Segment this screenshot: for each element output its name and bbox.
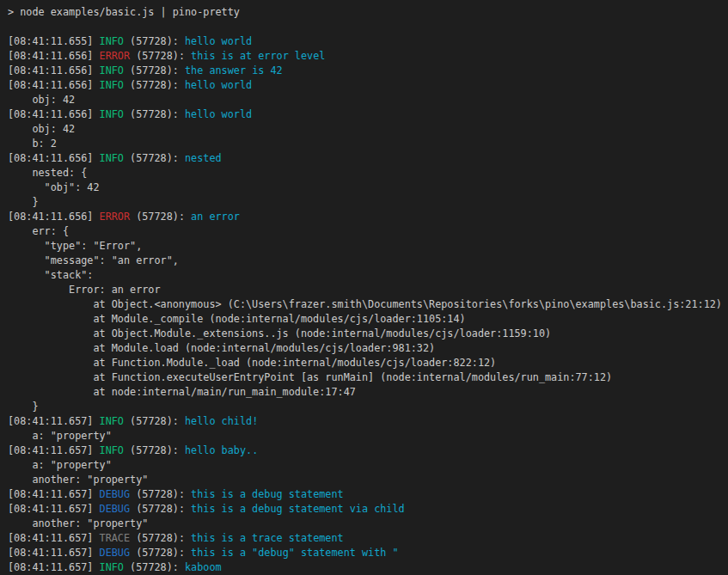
log-level-badge: ERROR [100,50,131,62]
log-level-badge: DEBUG [100,547,131,559]
log-text: Error: an error [8,284,161,296]
log-text: [08:41:11.657] [8,444,100,456]
log-text: (57728): [130,211,191,223]
log-text: [08:41:11.656] [8,211,100,223]
terminal-line: [08:41:11.657] TRACE (57728): this is a … [8,531,728,546]
log-level-badge: DEBUG [100,503,131,515]
log-level-badge: INFO [100,35,124,47]
log-text: [08:41:11.657] [8,415,100,427]
log-level-badge: INFO [100,108,124,120]
terminal-line: at Function.Module._load (node:internal/… [8,356,728,370]
terminal-line: err: { [8,224,728,239]
log-text: > node examples/basic.js | pino-pretty [8,6,240,18]
log-text: obj: 42 [8,94,75,106]
log-text: [08:41:11.656] [8,64,100,76]
terminal-line: at Function.executeUserEntryPoint [as ru… [8,370,728,385]
log-text: "message": "an error", [8,254,179,266]
log-text: (57728): [124,561,185,573]
terminal-line: b: 2 [8,137,728,151]
log-text: at node:internal/main/run_main_module:17… [8,386,356,398]
terminal-line: [08:41:11.657] DEBUG (57728): this is a … [8,502,728,517]
terminal-line: at node:internal/main/run_main_module:17… [8,385,728,400]
log-text: "type": "Error", [8,240,142,252]
log-text: (57728): [124,64,185,76]
log-level-badge: INFO [100,152,124,164]
log-level-badge: INFO [100,415,124,427]
log-message: this is a debug statement [191,488,344,500]
log-text: [08:41:11.657] [8,547,100,559]
log-text: at Function.executeUserEntryPoint [as ru… [8,371,612,383]
terminal-line: a: "property" [8,429,728,443]
log-message: the answer is 42 [185,64,283,76]
log-message: this is a "debug" statement with " [191,547,398,559]
terminal-line: "type": "Error", [8,239,728,254]
log-text: (57728): [130,547,191,559]
log-level-badge: ERROR [100,211,131,223]
log-message: hello child! [185,415,258,427]
terminal-line: at Object.<anonymous> (C:\Users\frazer.s… [8,297,728,312]
terminal-line: "stack": [8,268,728,283]
log-message: hello baby.. [185,444,258,456]
terminal-line: [08:41:11.656] INFO (57728): hello world [8,78,728,93]
log-text: [08:41:11.656] [8,152,100,164]
log-message: hello world [185,108,252,120]
log-text: } [8,196,39,208]
log-message: an error [191,211,240,223]
terminal-line: another: "property" [8,473,728,487]
log-text: at Module._compile (node:internal/module… [8,313,466,325]
terminal-output[interactable]: > node examples/basic.js | pino-pretty[0… [0,0,728,575]
terminal-line: [08:41:11.656] ERROR (57728): an error [8,210,728,224]
log-text: a: "property" [8,459,112,471]
log-text: (57728): [124,79,185,91]
terminal-line: nested: { [8,166,728,180]
log-text: (57728): [130,503,191,515]
log-text: (57728): [124,415,185,427]
log-message: nested [185,152,222,164]
log-text: b: 2 [8,138,57,150]
log-message: this is a debug statement via child [191,503,405,515]
terminal-line: [08:41:11.657] INFO (57728): hello child… [8,414,728,429]
terminal-line: at Module.load (node:internal/modules/cj… [8,341,728,356]
terminal-line: } [8,195,728,210]
terminal-line: > node examples/basic.js | pino-pretty [8,5,728,20]
log-text: (57728): [130,532,191,544]
log-level-badge: INFO [100,561,124,573]
terminal-line: another: "property" [8,517,728,531]
terminal-line: } [8,400,728,414]
log-text: [08:41:11.656] [8,79,100,91]
log-text: [08:41:11.656] [8,50,100,62]
log-text: [08:41:11.655] [8,35,100,47]
log-message: this is a trace statement [191,532,344,544]
log-message: kaboom [185,561,222,573]
log-text: } [8,401,39,413]
log-level-badge: DEBUG [100,488,131,500]
log-text: "stack": [8,269,93,281]
log-text: "obj": 42 [8,181,100,193]
terminal-line: "message": "an error", [8,254,728,268]
terminal-line: [08:41:11.656] ERROR (57728): this is at… [8,49,728,64]
terminal-line: a: "property" [8,458,728,473]
log-text: at Module.load (node:internal/modules/cj… [8,342,435,354]
log-text: (57728): [124,108,185,120]
terminal-line: [08:41:11.656] INFO (57728): hello world [8,107,728,122]
log-level-badge: INFO [100,79,124,91]
log-text: [08:41:11.657] [8,503,100,515]
terminal-line: [08:41:11.657] INFO (57728): hello baby.… [8,443,728,458]
log-text: nested: { [8,167,87,179]
terminal-line: [08:41:11.657] DEBUG (57728): this is a … [8,487,728,502]
log-text: another: "property" [8,517,148,529]
log-level-badge: INFO [100,64,124,76]
log-text: err: { [8,225,69,237]
log-text: (57728): [124,444,185,456]
log-text: at Object.<anonymous> (C:\Users\frazer.s… [8,298,722,310]
terminal-line: [08:41:11.656] INFO (57728): nested [8,151,728,166]
terminal-line: [08:41:11.657] DEBUG (57728): this is a … [8,546,728,560]
log-text: at Object.Module._extensions..js (node:i… [8,327,551,339]
log-text: [08:41:11.657] [8,532,100,544]
terminal-line: [08:41:11.657] INFO (57728): kaboom [8,560,728,575]
terminal-line: at Module._compile (node:internal/module… [8,312,728,327]
terminal-line: at Object.Module._extensions..js (node:i… [8,327,728,341]
log-level-badge: INFO [100,444,124,456]
log-text: [08:41:11.656] [8,108,100,120]
log-text: [08:41:11.657] [8,488,100,500]
